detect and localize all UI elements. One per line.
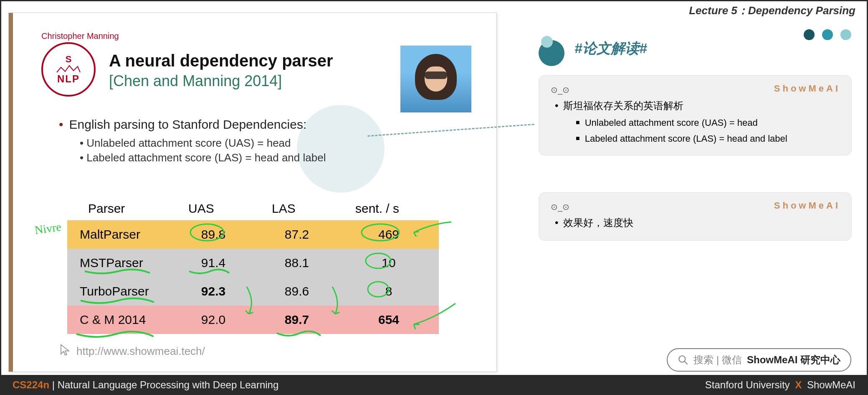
th-sps: sent. / s <box>339 201 439 216</box>
slide-url: http://www.showmeai.tech/ <box>76 345 205 358</box>
course-code: CS224n <box>13 379 49 390</box>
logo-letters-nlp: NLP <box>57 73 80 85</box>
th-parser: Parser <box>67 201 172 216</box>
cursor-icon <box>59 344 71 359</box>
th-las: LAS <box>255 201 339 216</box>
footer-sep: | <box>49 379 58 390</box>
footer-x: X <box>795 379 802 390</box>
decor-dots <box>804 29 851 40</box>
footer-bar: CS224n | Natural Language Processing wit… <box>0 375 868 395</box>
search-icon <box>678 354 688 365</box>
svg-point-2 <box>366 253 391 268</box>
table-header-row: Parser UAS LAS sent. / s <box>67 197 439 220</box>
cell-uas: 91.4 <box>172 256 255 270</box>
right-section-title: #论文解读# <box>574 39 647 58</box>
cell-parser: C & M 2014 <box>67 313 172 327</box>
footer-right: Stanford University X ShowMeAI <box>705 379 855 391</box>
svg-point-4 <box>679 356 686 362</box>
footer-univ: Stanford University <box>705 379 790 390</box>
footer-brand: ShowMeAI <box>807 379 855 390</box>
stanford-nlp-logo: S NLP <box>41 42 96 97</box>
note-card-2: ⊙_⊙ ShowMeAI 效果好，速度快 <box>539 192 852 241</box>
hand-circle-sps-2 <box>364 251 393 272</box>
slide-url-row: http://www.showmeai.tech/ <box>59 344 205 359</box>
slide-subtitle: [Chen and Manning 2014] <box>109 72 282 90</box>
sub-bullet-uas: Unlabeled attachment score (UAS) = head <box>80 137 326 150</box>
svg-point-0 <box>190 224 224 241</box>
hand-circle-sps-1 <box>359 222 401 245</box>
note1-main: 斯坦福依存关系的英语解析 <box>555 99 840 112</box>
hand-circle-sps-3 <box>366 280 391 301</box>
hand-arrow-down-1 <box>238 285 263 320</box>
sub-bullets: Unlabeled attachment score (UAS) = head … <box>80 137 326 166</box>
hand-arrow-down-2 <box>326 285 351 320</box>
hand-underline-3 <box>76 331 155 341</box>
search-strong: ShowMeAI 研究中心 <box>747 353 840 367</box>
course-name: Natural Language Processing with Deep Le… <box>58 379 279 390</box>
hand-note-nivre: Nivre <box>34 220 62 237</box>
note-card-1: ⊙_⊙ ShowMeAI 斯坦福依存关系的英语解析 Unlabeled atta… <box>539 75 852 155</box>
hand-underline-2 <box>80 297 155 306</box>
svg-point-3 <box>368 282 389 297</box>
note1-sub-las: Labeled attachment score (LAS) = head an… <box>576 133 840 144</box>
sub-bullet-las: Labeled attachment score (LAS) = head an… <box>80 151 326 164</box>
svg-point-1 <box>362 224 399 241</box>
cell-parser: MaltParser <box>67 227 172 242</box>
note1-sub-uas: Unlabeled attachment score (UAS) = head <box>576 117 840 128</box>
hand-arrow-1 <box>410 220 456 242</box>
brand-label: ShowMeAI <box>774 200 840 211</box>
search-hint: 搜索 | 微信 <box>693 353 742 367</box>
lecture-title: Lecture 5：Dependency Parsing <box>689 3 855 18</box>
note2-main: 效果好，速度快 <box>555 216 840 229</box>
logo-mountains-icon <box>56 65 81 73</box>
bullet-main: English parsing to Stanford Dependencies… <box>59 117 306 132</box>
right-section-header: #论文解读# <box>539 36 647 61</box>
brand-label: ShowMeAI <box>774 83 840 94</box>
svg-line-5 <box>685 361 688 364</box>
hand-circle-uas-1 <box>188 222 226 245</box>
hand-underline-las-4 <box>276 331 322 340</box>
slide-accent-bar <box>9 13 13 372</box>
cell-las: 88.1 <box>255 256 339 270</box>
slide-author: Christopher Manning <box>41 31 119 41</box>
search-pill[interactable]: 搜索 | 微信 ShowMeAI 研究中心 <box>667 348 851 372</box>
footer-left: CS224n | Natural Language Processing wit… <box>13 379 278 391</box>
presenter-photo <box>400 46 471 112</box>
logo-letter-s: S <box>66 54 72 65</box>
hand-arrow-2 <box>410 301 460 332</box>
section-shape-icon <box>539 36 569 61</box>
th-uas: UAS <box>172 201 255 216</box>
slide: Christopher Manning S NLP A neural depen… <box>8 13 497 372</box>
hand-underline-1 <box>84 268 151 277</box>
cell-las: 87.2 <box>255 227 339 242</box>
cell-parser: TurboParser <box>67 284 172 298</box>
slide-title: A neural dependency parser <box>109 51 333 70</box>
hand-underline-uas-2 <box>188 269 230 277</box>
